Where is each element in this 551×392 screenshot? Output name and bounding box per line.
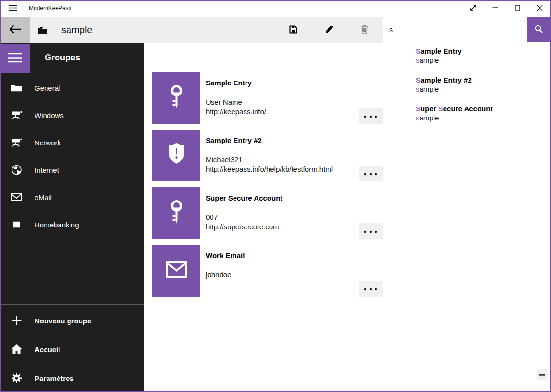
sidebar-item-general[interactable]: General <box>0 74 144 101</box>
sidebar-item-label: eMail <box>35 193 52 201</box>
entry-row-sample-entry-2[interactable]: Sample Entry #2 Michael321 http://keepas… <box>152 130 383 181</box>
search-result-subtitle: sample <box>416 114 545 122</box>
minimize-button[interactable] <box>484 0 506 17</box>
search-result-sample-entry[interactable]: Sample Entry sample <box>416 47 545 71</box>
more-button[interactable] <box>359 281 383 297</box>
mail-icon <box>10 193 23 201</box>
entry-username: johndoe <box>206 270 231 280</box>
titlebar: ModernKeePass <box>0 0 551 17</box>
entry-details: johndoe <box>206 270 231 280</box>
back-button[interactable] <box>0 17 30 43</box>
mail-icon <box>165 261 188 280</box>
pencil-icon <box>325 25 333 35</box>
ellipsis-icon <box>364 227 377 235</box>
database-icon <box>38 27 47 36</box>
maximize-icon <box>515 5 520 12</box>
close-icon <box>537 5 543 12</box>
app-window: ModernKeePass <box>0 0 551 392</box>
back-arrow-icon <box>9 25 22 35</box>
sidebar-item-homebanking[interactable]: Homebanking <box>0 211 144 238</box>
square-icon <box>10 221 23 227</box>
entry-row-super-secure-account[interactable]: Super Secure Account 007 http://supersec… <box>152 187 383 239</box>
entry-username: 007 <box>206 213 279 222</box>
search-icon <box>534 24 543 35</box>
search-result-subtitle: sample <box>416 56 545 64</box>
search-result-title: Super Secure Account <box>416 105 545 113</box>
hamburger-icon <box>8 53 22 64</box>
network-icon <box>10 138 23 146</box>
key-icon <box>165 83 188 112</box>
maximize-button[interactable] <box>506 0 528 17</box>
sidebar-item-label: Homebanking <box>35 220 79 228</box>
window-title: ModernKeePass <box>29 0 71 17</box>
more-button[interactable] <box>359 223 383 239</box>
sidebar-item-label: Network <box>35 138 61 146</box>
sidebar-item-internet[interactable]: Internet <box>0 156 144 183</box>
entry-url: http://keepass.info/ <box>206 107 266 117</box>
fullscreen-icon <box>469 4 477 13</box>
search-button[interactable] <box>527 17 551 42</box>
entry-tile <box>152 245 200 297</box>
ellipsis-icon <box>364 285 377 292</box>
groups-header: Groupes <box>45 53 80 63</box>
trash-icon <box>361 25 369 36</box>
ellipsis-icon <box>364 170 377 177</box>
sidebar-action-label: Accueil <box>35 345 60 354</box>
edit-button[interactable] <box>317 17 340 43</box>
minus-icon <box>539 374 545 376</box>
sidebar-action-home[interactable]: Accueil <box>0 335 144 364</box>
sidebar-item-windows[interactable]: Windows <box>0 101 144 129</box>
window-border <box>0 0 1 392</box>
sidebar-item-email[interactable]: eMail <box>0 183 144 211</box>
search-result-title: Sample Entry <box>416 47 545 55</box>
sidebar-item-label: Internet <box>35 166 59 174</box>
entry-row-sample-entry[interactable]: Sample Entry User Name http://keepass.in… <box>152 72 383 124</box>
search-result-title: Sample Entry #2 <box>416 76 545 84</box>
entry-tile <box>152 187 200 239</box>
entry-tile <box>152 130 200 181</box>
minimize-icon <box>492 5 498 12</box>
command-bar: sample <box>0 17 551 43</box>
gear-icon <box>10 373 23 383</box>
hamburger-icon <box>9 5 17 12</box>
fullscreen-button[interactable] <box>462 0 484 17</box>
entry-title: Super Secure Account <box>206 194 282 202</box>
database-title: sample <box>61 17 92 43</box>
sidebar-action-settings[interactable]: Paramètres <box>0 364 144 392</box>
shield-warning-icon <box>165 141 188 170</box>
more-button[interactable] <box>359 108 383 124</box>
sidebar-item-network[interactable]: Network <box>0 129 144 156</box>
entry-tile <box>152 72 200 124</box>
globe-icon <box>10 165 23 175</box>
zoom-out-button[interactable] <box>537 369 547 380</box>
sidebar-item-label: General <box>35 83 60 92</box>
entry-details: 007 http://supersecure.com <box>206 213 279 232</box>
search-result-subtitle: sample <box>416 85 545 93</box>
network-icon <box>10 111 23 119</box>
search-results-dropdown: Sample Entry sample Sample Entry #2 samp… <box>383 42 550 132</box>
search-result-sample-entry-2[interactable]: Sample Entry #2 sample <box>416 76 545 100</box>
titlebar-menu-button[interactable] <box>4 0 21 17</box>
entry-row-work-email[interactable]: Work Email johndoe <box>152 245 383 297</box>
close-button[interactable] <box>528 0 551 17</box>
sidebar-action-label: Nouveau groupe <box>35 317 91 325</box>
entry-title: Work Email <box>206 251 245 260</box>
save-button[interactable] <box>281 17 305 43</box>
entry-details: User Name http://keepass.info/ <box>206 97 266 117</box>
entry-url: http://supersecure.com <box>206 222 279 232</box>
sidebar: Groupes General Windows Network Internet <box>0 43 144 392</box>
entry-title: Sample Entry <box>206 79 252 87</box>
entry-title: Sample Entry #2 <box>206 136 262 144</box>
search-input[interactable] <box>383 17 527 42</box>
more-button[interactable] <box>359 166 383 181</box>
sidebar-action-new-group[interactable]: Nouveau groupe <box>0 306 144 335</box>
delete-button[interactable] <box>353 17 376 43</box>
key-icon <box>165 199 188 227</box>
entry-url: http://keepass.info/help/kb/testform.htm… <box>206 165 333 174</box>
save-icon <box>289 25 297 35</box>
sidebar-separator <box>0 304 144 305</box>
ellipsis-icon <box>364 112 377 119</box>
search-result-super-secure-account[interactable]: Super Secure Account sample <box>416 105 545 129</box>
sidebar-action-label: Paramètres <box>35 374 74 382</box>
nav-toggle-button[interactable] <box>0 44 30 73</box>
